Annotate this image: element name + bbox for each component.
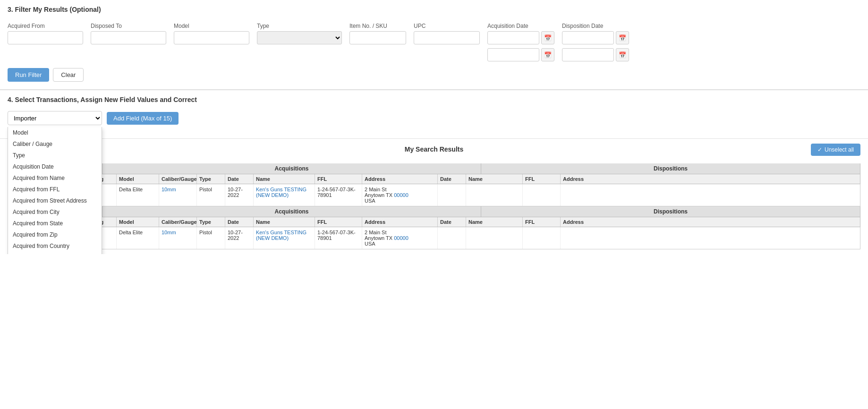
acq-ffl-cell: 1-24-567-07-3K-78901 <box>315 227 362 249</box>
acq-ffl-cell: 1-24-567-07-3K-78901 <box>315 184 362 206</box>
disposition-date-to[interactable] <box>562 48 614 61</box>
results-table: Firearm TEST00007FunAcquisitionsDisposit… <box>8 163 860 249</box>
caliber-cell[interactable]: 10mm <box>159 184 197 206</box>
model-label: Model <box>174 23 249 29</box>
col-header-cell: Date <box>225 217 254 227</box>
col-header-cell: Model <box>117 174 159 184</box>
disposition-date-to-cal[interactable]: 📅 <box>616 48 629 61</box>
disposition-date-from-cal[interactable]: 📅 <box>616 31 629 44</box>
disposition-date-label: Disposition Date <box>562 23 629 29</box>
disp-ffl-cell <box>523 227 561 249</box>
acquisition-date-to[interactable] <box>487 48 539 61</box>
acq-name-cell[interactable]: Ken's Guns TESTING (NEW DEMO) <box>254 227 315 249</box>
acquisition-date-group: Acquisition Date 📅 📅 <box>487 23 554 63</box>
table-row: ColtDelta Elite10mmPistol10-27-2022Ken's… <box>8 184 860 206</box>
dropdown-item[interactable]: Acquired from Country <box>8 240 102 252</box>
upc-input[interactable] <box>414 31 480 44</box>
dispositions-header: Dispositions <box>481 206 860 217</box>
add-field-button[interactable]: Add Field (Max of 15) <box>107 112 179 125</box>
item-sku-group: Item No. / SKU <box>349 23 406 44</box>
col-header-cell: Name <box>254 174 315 184</box>
dropdown-list[interactable]: ModelCaliber / GaugeTypeAcquisition Date… <box>8 127 102 254</box>
dropdown-item[interactable]: Disposition Date <box>8 252 102 254</box>
dropdown-item[interactable]: Acquired from FFL <box>8 184 102 195</box>
disp-address-cell <box>561 227 608 249</box>
item-sku-input[interactable] <box>349 31 406 44</box>
model-input[interactable] <box>174 31 249 44</box>
run-filter-button[interactable]: Run Filter <box>8 68 49 82</box>
model-cell: Delta Elite <box>117 184 159 206</box>
select-section: 4. Select Transactions, Assign New Field… <box>0 90 868 139</box>
col-header-cell: Address <box>561 217 608 227</box>
col-header-cell: Date <box>438 174 466 184</box>
table-row: TEST00008FunColtDelta Elite10mmPistol10-… <box>8 227 860 249</box>
dropdown-item[interactable]: Acquired from Zip <box>8 229 102 240</box>
filter-section-title: 3. Filter My Results (Optional) <box>0 0 868 18</box>
acquisition-date-to-cal[interactable]: 📅 <box>541 48 554 61</box>
disp-address-cell <box>561 184 608 206</box>
dropdown-item[interactable]: Type <box>8 150 102 161</box>
unselect-all-button[interactable]: Unselect all <box>811 144 860 156</box>
dropdown-item[interactable]: Acquired from State <box>8 218 102 229</box>
model-cell: Delta Elite <box>117 227 159 249</box>
acq-address-cell: 2 Main St Anytown TX 00000 USA <box>362 184 438 206</box>
dropdown-item[interactable]: Model <box>8 127 102 138</box>
disposition-date-group: Disposition Date 📅 📅 <box>562 23 629 63</box>
section-header-row: Firearm TEST00007FunAcquisitionsDisposit… <box>8 163 860 174</box>
type-label: Type <box>257 23 342 29</box>
col-header-row: SelectSNImporter/MfgModelCaliber/GaugeTy… <box>8 217 860 227</box>
item-sku-label: Item No. / SKU <box>349 23 406 29</box>
disp-date-cell <box>438 227 466 249</box>
acquisition-date-label: Acquisition Date <box>487 23 554 29</box>
col-header-cell: FFL <box>523 174 561 184</box>
select-section-title: 4. Select Transactions, Assign New Field… <box>0 90 868 108</box>
acquired-from-label: Acquired From <box>8 23 83 29</box>
upc-group: UPC <box>414 23 480 44</box>
type-cell: Pistol <box>197 184 225 206</box>
zip-link[interactable]: 00000 <box>394 235 408 241</box>
acq-date-cell: 10-27-2022 <box>225 184 254 206</box>
col-header-cell: Address <box>362 174 438 184</box>
acquisition-date-from[interactable] <box>487 31 539 44</box>
col-header-cell: Address <box>561 174 608 184</box>
col-header-cell: Date <box>438 217 466 227</box>
col-header-cell: Address <box>362 217 438 227</box>
caliber-cell[interactable]: 10mm <box>159 227 197 249</box>
disposed-to-label: Disposed To <box>91 23 166 29</box>
section-header-row: Firearm TEST00008FunAcquisitionsDisposit… <box>8 206 860 217</box>
dropdown-item[interactable]: Acquisition Date <box>8 161 102 172</box>
col-header-cell: Name <box>466 217 523 227</box>
col-header-cell: Name <box>466 174 523 184</box>
dropdown-item[interactable]: Acquired from City <box>8 206 102 218</box>
disposed-to-input[interactable] <box>91 31 166 44</box>
col-header-cell: Type <box>197 174 225 184</box>
col-header-cell: Type <box>197 217 225 227</box>
type-cell: Pistol <box>197 227 225 249</box>
field-type-select[interactable]: Importer <box>8 111 102 125</box>
acq-name-cell[interactable]: Ken's Guns TESTING (NEW DEMO) <box>254 184 315 206</box>
acquired-from-input[interactable] <box>8 31 83 44</box>
col-header-cell: Caliber/Gauge <box>159 174 197 184</box>
dropdown-item[interactable]: Caliber / Gauge <box>8 138 102 150</box>
type-select[interactable] <box>257 31 342 44</box>
acq-date-cell: 10-27-2022 <box>225 227 254 249</box>
dropdown-item[interactable]: Acquired from Name <box>8 172 102 184</box>
disp-name-cell <box>466 227 523 249</box>
disposed-to-group: Disposed To <box>91 23 166 44</box>
col-header-cell: FFL <box>523 217 561 227</box>
clear-button[interactable]: Clear <box>53 68 84 82</box>
upc-label: UPC <box>414 23 480 29</box>
disp-name-cell <box>466 184 523 206</box>
acquisition-date-from-cal[interactable]: 📅 <box>541 31 554 44</box>
disposition-date-from[interactable] <box>562 31 614 44</box>
add-field-row: Importer Add Field (Max of 15) ModelCali… <box>8 111 860 125</box>
zip-link[interactable]: 00000 <box>394 192 408 198</box>
col-header-cell: FFL <box>315 174 362 184</box>
col-header-cell: Name <box>254 217 315 227</box>
model-group: Model <box>174 23 249 44</box>
filter-section: 3. Filter My Results (Optional) Acquired… <box>0 0 868 90</box>
firearm-group: Firearm TEST00007FunAcquisitionsDisposit… <box>8 163 860 206</box>
dropdown-item[interactable]: Acquired from Street Address <box>8 195 102 206</box>
col-header-cell: FFL <box>315 217 362 227</box>
disp-ffl-cell <box>523 184 561 206</box>
